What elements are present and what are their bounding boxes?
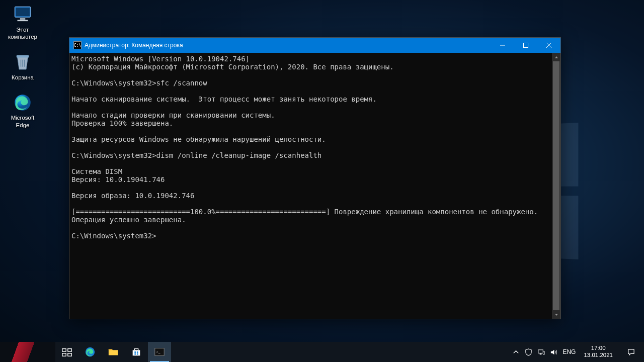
tray-time: 17:00 (584, 345, 613, 352)
taskbar-edge[interactable] (78, 342, 102, 362)
svg-rect-6 (524, 43, 528, 48)
minimize-button[interactable] (491, 38, 514, 53)
svg-rect-10 (68, 353, 71, 356)
svg-rect-4 (17, 55, 29, 57)
svg-rect-1 (16, 8, 30, 17)
tray-chevron-up-icon[interactable] (512, 348, 520, 356)
window-title: Администратор: Командная строка (85, 42, 491, 49)
close-button[interactable] (537, 38, 560, 53)
svg-rect-15 (137, 353, 138, 355)
scroll-thumb[interactable] (553, 61, 559, 310)
svg-rect-3 (18, 20, 28, 22)
svg-rect-2 (20, 18, 26, 20)
tray-date: 13.01.2021 (584, 352, 613, 359)
desktop-icon-label: Корзина (12, 74, 34, 81)
taskbar-store[interactable] (125, 342, 148, 362)
tray-volume-icon[interactable] (550, 348, 557, 356)
scroll-down-arrow[interactable] (552, 310, 560, 319)
maximize-button[interactable] (514, 38, 537, 53)
svg-rect-7 (62, 349, 66, 352)
cmd-window: C:\ Администратор: Командная строка Micr… (69, 37, 561, 319)
tray-security-icon[interactable] (525, 348, 532, 356)
recycle-bin-icon (12, 52, 33, 73)
desktop-icon-label: Этоткомпьютер (8, 26, 37, 41)
tray-network-icon[interactable] (537, 348, 545, 356)
svg-rect-13 (137, 351, 138, 353)
desktop-icon-label: MicrosoftEdge (11, 114, 35, 129)
edge-icon (12, 92, 33, 113)
svg-rect-19 (540, 353, 542, 354)
svg-rect-18 (538, 349, 543, 353)
cmd-output[interactable]: Microsoft Windows [Version 10.0.19042.74… (69, 53, 552, 319)
svg-text:>_: >_ (156, 350, 160, 354)
svg-rect-14 (134, 353, 136, 355)
tray-clock[interactable]: 17:00 13.01.2021 (581, 345, 616, 359)
desktop-icons: Этоткомпьютер Корзина MicrosoftEdge (4, 3, 41, 130)
desktop-icon-edge[interactable]: MicrosoftEdge (4, 91, 41, 130)
desktop-icon-this-pc[interactable]: Этоткомпьютер (4, 3, 41, 42)
svg-rect-8 (68, 349, 71, 352)
tray-action-center-icon[interactable] (621, 342, 641, 362)
taskbar-cmd[interactable]: >_ (148, 342, 171, 362)
window-titlebar[interactable]: C:\ Администратор: Командная строка (69, 38, 560, 53)
tray-language[interactable]: ENG (562, 348, 576, 355)
this-pc-icon (12, 4, 33, 25)
start-button[interactable] (0, 342, 55, 362)
task-view-button[interactable] (55, 342, 78, 362)
cmd-titlebar-icon: C:\ (73, 41, 82, 49)
svg-rect-12 (134, 351, 136, 353)
cmd-scrollbar[interactable] (552, 53, 560, 319)
taskbar-file-explorer[interactable] (102, 342, 125, 362)
system-tray: ENG 17:00 13.01.2021 (509, 342, 644, 362)
svg-rect-9 (62, 353, 66, 356)
desktop-icon-recycle-bin[interactable]: Корзина (4, 51, 41, 82)
taskbar: >_ ENG 17:00 13.01.2021 (0, 342, 644, 362)
scroll-up-arrow[interactable] (552, 53, 560, 61)
